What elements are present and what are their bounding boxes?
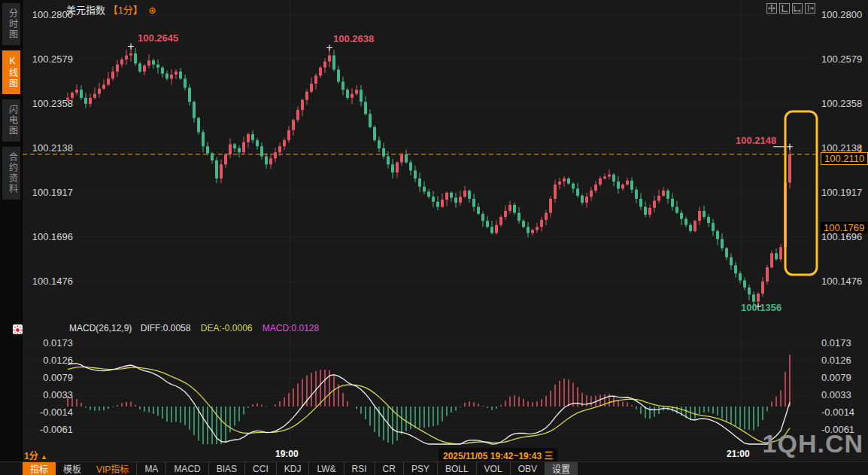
tab-template[interactable]: 模板 [56, 462, 89, 475]
tab-settings[interactable]: 设置 [545, 462, 578, 475]
price-axis-label-right: 100.1476 [821, 276, 862, 287]
axis-scale-x-icon[interactable] [792, 3, 803, 14]
tab-kdj[interactable]: KDJ [276, 462, 309, 475]
tab-cr[interactable]: CR [375, 462, 403, 475]
price-axis-label-left: 100.1696 [28, 231, 73, 242]
macd-group [68, 355, 790, 444]
macd-axis-label-left: 0.0173 [28, 337, 73, 349]
peak2-price-label: 100.2638 [333, 33, 374, 44]
price-axis-label-left: 100.1476 [28, 276, 73, 287]
current-price-tag: 100.2110 [821, 152, 868, 165]
crosshair-time-range: 2025/11/05 19:42~19:43 三 [439, 448, 557, 462]
candles-group [66, 47, 791, 307]
tab-rsi[interactable]: RSI [344, 462, 375, 475]
indicator-marker-icon[interactable] [13, 324, 23, 334]
interval-badge[interactable]: 【1分】 [108, 5, 143, 16]
symbol-title: 美元指数 [66, 5, 105, 16]
macd-axis-label-left: -0.0014 [28, 406, 73, 418]
macd-params: MACD(26,12,9) [69, 323, 132, 333]
site-watermark: 1QH.CN [763, 429, 863, 458]
tab-obv[interactable]: OBV [510, 462, 545, 475]
indicator-toolbar: 指标模板VIP指标MAMACDBIASCCIKDJLW&RSICRPSYBOLL… [0, 461, 868, 475]
macd-macd-value: MACD:0.0128 [263, 323, 319, 333]
sidebar-item-2[interactable]: 闪电图 [2, 99, 20, 142]
price-axis-label-right: 100.2800 [821, 9, 862, 20]
tab-ma[interactable]: MA [136, 462, 165, 475]
sidebar: 分时图K线图闪电图合约资料 [0, 0, 23, 461]
price-axis-label-left: 100.2358 [28, 98, 73, 109]
macd-axis-label-left: 0.0033 [28, 389, 73, 400]
tab-cci[interactable]: CCI [244, 462, 276, 475]
tab-macd[interactable]: MACD [165, 462, 208, 475]
session-low-price-label: 100.1356 [741, 302, 782, 313]
axis-scale-y-icon[interactable] [779, 3, 790, 14]
macd-axis-label-left: -0.0061 [28, 424, 73, 435]
tab-boll[interactable]: BOLL [437, 462, 476, 475]
reference-price-tag: 100.1769 [821, 222, 867, 233]
macd-diff-value: DIFF:0.0058 [141, 323, 191, 333]
price-axis-label-right: 100.2358 [821, 98, 862, 109]
tab-indicator[interactable]: 指标 [23, 462, 56, 475]
interval-indicator[interactable]: 1分 ▲ [24, 449, 47, 461]
macd-axis-label-right: 0.0033 [821, 389, 851, 400]
price-axis-label-left: 100.2138 [28, 142, 73, 154]
time-axis: 1分 ▲ 19:00 2025/11/05 19:42~19:43 三 21:0… [23, 448, 868, 461]
sidebar-item-0[interactable]: 分时图 [2, 3, 20, 45]
price-axis-label-left: 100.2579 [28, 53, 73, 65]
chart-toolbar-icons [766, 3, 815, 14]
sidebar-item-3[interactable]: 合约资料 [2, 147, 20, 199]
macd-axis-label-right: -0.0014 [821, 406, 854, 418]
tab-psy[interactable]: PSY [403, 462, 437, 475]
last-high-price-label: 100.2148 [736, 135, 776, 146]
macd-axis-label-left: 0.0079 [28, 372, 73, 383]
candlestick-macd-plot[interactable] [23, 0, 868, 448]
tab-lwr[interactable]: LW& [308, 462, 343, 475]
sidebar-item-1[interactable]: K线图 [2, 50, 20, 94]
time-label-19: 19:00 [275, 449, 299, 459]
axis-shift-icon[interactable] [805, 3, 815, 14]
macd-axis-label-left: 0.0126 [28, 355, 73, 366]
time-label-21: 21:00 [727, 449, 750, 459]
interval-up-arrow-icon: ▲ [41, 453, 47, 461]
chart-area: 美元指数 【1分】 ⊕ [23, 0, 868, 461]
chart-header: 美元指数 【1分】 ⊕ [66, 2, 156, 17]
price-up-arrow-icon: ▲▲ [857, 144, 863, 153]
macd-axis-label-right: 0.0126 [821, 355, 851, 366]
tab-vol[interactable]: VOL [476, 462, 510, 475]
price-axis-label-right: 100.2579 [821, 53, 862, 65]
macd-axis-label-right: 0.0079 [821, 372, 851, 383]
macd-header: MACD(26,12,9) DIFF:0.0058 DEA:-0.0006 MA… [69, 323, 319, 333]
macd-axis-label-right: 0.0173 [821, 337, 851, 349]
macd-dea-value: DEA:-0.0006 [201, 323, 253, 333]
move-icon[interactable] [766, 3, 777, 14]
peak1-price-label: 100.2645 [138, 32, 178, 44]
price-axis-label-left: 100.1917 [28, 187, 73, 198]
add-overlay-icon[interactable]: ⊕ [149, 5, 156, 16]
price-axis-label-right: 100.1917 [821, 187, 862, 198]
app-window: 分时图K线图闪电图合约资料 美元指数 【1分】 ⊕ [0, 0, 868, 475]
tab-bias[interactable]: BIAS [208, 462, 244, 475]
tab-vip-indicator[interactable]: VIP指标 [89, 462, 136, 475]
